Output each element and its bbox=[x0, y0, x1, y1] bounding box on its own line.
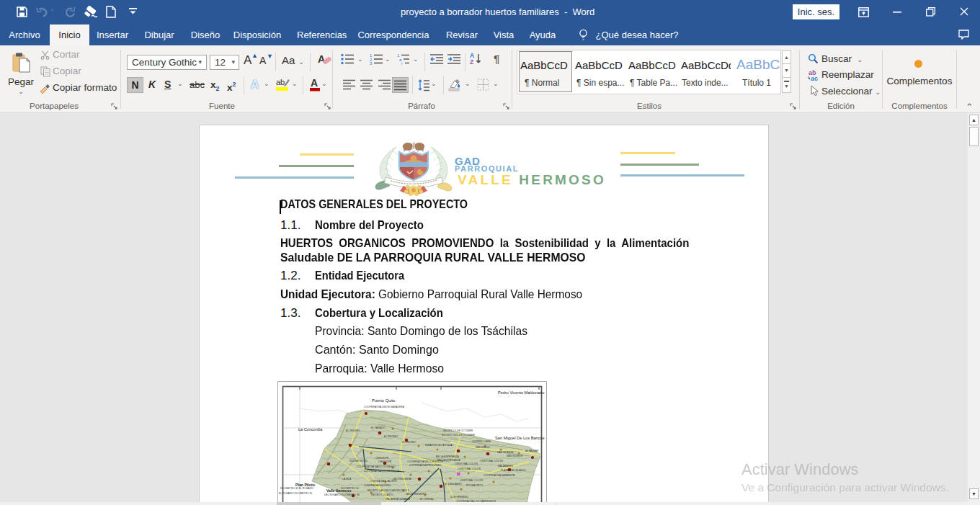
svg-text:COOPERATIVA PROGRESO: COOPERATIVA PROGRESO bbox=[409, 464, 442, 467]
svg-text:RECINTO LICANTO: RECINTO LICANTO bbox=[371, 493, 393, 496]
svg-text:MI PALMAR: MI PALMAR bbox=[525, 450, 539, 452]
svg-text:PLAYAS DEL BLANCO: PLAYAS DEL BLANCO bbox=[501, 469, 526, 472]
svg-text:COOPERATIVA KILOMETRO 41: COOPERATIVA KILOMETRO 41 bbox=[364, 470, 400, 473]
svg-text:MALABARES: MALABARES bbox=[498, 465, 513, 468]
svg-text:CRISTOBAL COLON: CRISTOBAL COLON bbox=[455, 462, 478, 465]
svg-text:EL RECREO: EL RECREO bbox=[384, 435, 398, 438]
svg-text:RECINTO 9 DE OCTUBRE: RECINTO 9 DE OCTUBRE bbox=[443, 429, 473, 432]
svg-text:KILOMETRO 32 EL ROSARIO: KILOMETRO 32 EL ROSARIO bbox=[280, 487, 314, 490]
svg-text:DEL ROSARIO KILOMETRO 38: DEL ROSARIO KILOMETRO 38 bbox=[324, 493, 360, 496]
svg-text:Z: Z bbox=[470, 58, 473, 66]
svg-text:RECINTO SOL DE OCTUBRE: RECINTO SOL DE OCTUBRE bbox=[442, 434, 476, 437]
svg-text:COOPERATIVA RIO CHIGUILPE: COOPERATIVA RIO CHIGUILPE bbox=[407, 460, 444, 463]
svg-text:EL ROSARIO KILOMETRO 35: EL ROSARIO KILOMETRO 35 bbox=[279, 492, 312, 495]
svg-text:Puerto Quito: Puerto Quito bbox=[372, 398, 396, 403]
svg-text:EL TRIUNFO: EL TRIUNFO bbox=[346, 429, 360, 432]
svg-text:MIRADOR DE LA TIGUA: MIRADOR DE LA TIGUA bbox=[425, 444, 453, 447]
svg-text:ac: ac bbox=[811, 75, 818, 81]
svg-text:EL PARAISO: EL PARAISO bbox=[371, 426, 386, 429]
svg-text:VALLE HERMOSO: VALLE HERMOSO bbox=[406, 493, 427, 496]
svg-text:LA CONCORDIA: LA CONCORDIA bbox=[393, 478, 411, 481]
svg-text:COMUNA BACHILLERO: COMUNA BACHILLERO bbox=[364, 484, 391, 487]
svg-text:3: 3 bbox=[370, 61, 373, 65]
svg-text:COOPERATIVA UNION GANADERA: COOPERATIVA UNION GANADERA bbox=[364, 406, 404, 408]
svg-text:KILOMETRO 9: KILOMETRO 9 bbox=[466, 484, 483, 487]
svg-text:i: i bbox=[401, 61, 402, 65]
svg-text:HACIENDA LA MARIA: HACIENDA LA MARIA bbox=[386, 498, 411, 501]
svg-text:COOPERATIVA NARANJITA: COOPERATIVA NARANJITA bbox=[484, 474, 515, 477]
svg-text:CRISTOBAL COLON: CRISTOBAL COLON bbox=[480, 460, 504, 462]
svg-text:La Concordia: La Concordia bbox=[298, 427, 323, 432]
svg-text:QUITEÑO LIBRE: QUITEÑO LIBRE bbox=[472, 439, 491, 443]
svg-text:SAN BUENO: SAN BUENO bbox=[476, 446, 490, 449]
svg-text:CHIGUILPE: CHIGUILPE bbox=[375, 457, 389, 460]
svg-text:LA ISLA: LA ISLA bbox=[342, 478, 352, 481]
svg-text:San Miguel De Los Bancos: San Miguel De Los Bancos bbox=[495, 436, 545, 440]
svg-text:KILOMETRO 30: KILOMETRO 30 bbox=[341, 487, 359, 490]
svg-text:CHIGUILPE: CHIGUILPE bbox=[378, 460, 392, 463]
svg-text:CRISTOBAL COLON: CRISTOBAL COLON bbox=[458, 468, 481, 470]
svg-text:ab: ab bbox=[276, 78, 285, 86]
svg-text:EL DESCANSO: EL DESCANSO bbox=[445, 483, 462, 486]
svg-text:BELLA ESPERANZA: BELLA ESPERANZA bbox=[436, 455, 460, 458]
svg-text:EL RECREO: EL RECREO bbox=[402, 441, 416, 444]
svg-text:Pedro Vicente Maldonado: Pedro Vicente Maldonado bbox=[498, 390, 544, 395]
svg-text:4 DE FEBRERO: 4 DE FEBRERO bbox=[450, 496, 468, 499]
svg-text:SAN VICENTE: SAN VICENTE bbox=[507, 455, 523, 457]
svg-text:A: A bbox=[311, 77, 318, 89]
svg-text:SAN VICENTE: SAN VICENTE bbox=[497, 451, 514, 454]
svg-text:CRISTOBAL COLON: CRISTOBAL COLON bbox=[460, 479, 484, 482]
svg-text:COOPERATIVA SANTO DOMINGO: COOPERATIVA SANTO DOMINGO bbox=[357, 465, 396, 468]
svg-text:EL CRISTAL: EL CRISTAL bbox=[420, 498, 434, 501]
svg-text:KILOMETRO 20: KILOMETRO 20 bbox=[349, 460, 368, 462]
svg-text:RECINTO LAS DELICIAS RECINTO 3: RECINTO LAS DELICIAS RECINTO 3 bbox=[368, 489, 409, 492]
